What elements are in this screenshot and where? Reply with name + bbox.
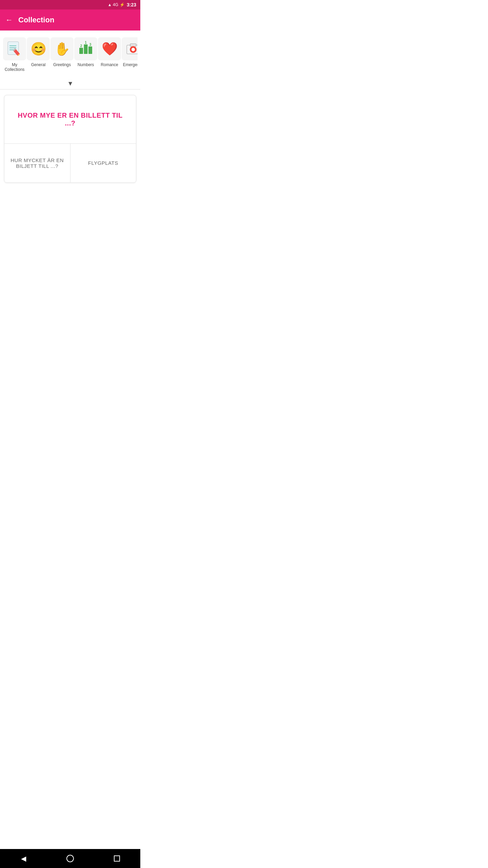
svg-rect-17 [131,48,135,51]
greetings-icon: ✋ [54,42,70,55]
flashcard-card[interactable]: HVOR MYE ER EN BILLETT TIL ...? HUR MYCK… [4,95,136,183]
my-collections-icon-wrapper [3,37,26,60]
flashcard-answers: HUR MYCKET ÄR EN BILJETT TILL ...? FLYGP… [4,144,136,182]
numbers-icon: 2 1 3 [77,40,94,57]
my-collections-icon [6,40,23,57]
flashcard-question-text: HVOR MYE ER EN BILLETT TIL ...? [18,112,123,127]
status-bar-time: 3:23 [127,2,136,7]
flashcard-answer-right[interactable]: FLYGPLATS [70,144,136,182]
general-icon-wrapper: 😊 [27,37,50,60]
category-item-my-collections[interactable]: My Collections [3,36,26,74]
greetings-icon-wrapper: ✋ [50,37,74,60]
chevron-row[interactable]: ▾ [0,76,140,89]
svg-text:3: 3 [89,43,92,46]
battery-icon: ⚡ [120,2,125,7]
category-item-romance[interactable]: ❤️ Romance [98,36,121,68]
category-label-my-collections: My Collections [4,62,25,72]
status-icons: ▲ 4G ⚡ [108,2,125,7]
svg-text:1: 1 [85,41,87,44]
back-button[interactable]: ← [5,16,13,24]
romance-icon-wrapper: ❤️ [98,37,121,60]
category-row: My Collections 😊 General ✋ Greetings 2 [3,36,138,74]
svg-rect-11 [88,46,92,54]
category-item-greetings[interactable]: ✋ Greetings [50,36,74,68]
emergency-icon [125,40,138,57]
category-label-greetings: Greetings [53,62,71,67]
svg-rect-7 [79,48,83,54]
general-icon: 😊 [30,42,46,55]
chevron-down-icon: ▾ [68,79,72,88]
category-item-general[interactable]: 😊 General [26,36,50,68]
header-title: Collection [18,16,54,24]
numbers-icon-wrapper: 2 1 3 [74,37,97,60]
category-label-numbers: Numbers [78,62,94,67]
category-label-general: General [31,62,46,67]
category-label-emergency: Emergency [123,62,138,67]
status-bar: ▲ 4G ⚡ 3:23 [0,0,140,9]
flashcard-answer-left[interactable]: HUR MYCKET ÄR EN BILJETT TILL ...? [4,144,70,182]
category-item-emergency[interactable]: Emergency [121,36,138,68]
flashcard-question: HVOR MYE ER EN BILLETT TIL ...? [4,95,136,144]
category-label-romance: Romance [101,62,118,67]
svg-rect-9 [84,44,88,54]
romance-icon: ❤️ [102,42,118,55]
flashcard-section: HVOR MYE ER EN BILLETT TIL ...? HUR MYCK… [0,90,140,188]
signal-icon: ▲ 4G [108,2,118,7]
emergency-icon-wrapper [122,37,138,60]
app-header: ← Collection [0,9,140,31]
svg-text:2: 2 [80,44,82,48]
category-section: My Collections 😊 General ✋ Greetings 2 [0,31,140,76]
category-item-numbers[interactable]: 2 1 3 Numbers [74,36,98,68]
